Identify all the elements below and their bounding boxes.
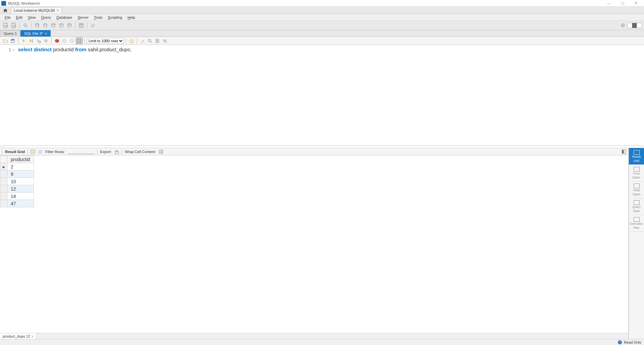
side-tab-icon — [634, 200, 640, 205]
panel-collapse-icon[interactable] — [622, 149, 626, 154]
sql-keyword: from — [75, 47, 86, 52]
find-button[interactable] — [147, 38, 153, 44]
separator — [126, 38, 126, 44]
side-tab-query[interactable]: QueryStats — [629, 198, 644, 215]
execute-button[interactable] — [20, 38, 27, 44]
open-file-button[interactable] — [2, 38, 9, 44]
table-row[interactable]: 9 — [0, 170, 34, 178]
maximize-button[interactable]: ▢ — [616, 0, 629, 7]
row-limit-select[interactable]: Limit to 1000 rows — [87, 38, 124, 44]
svg-point-8 — [52, 23, 55, 25]
settings-button[interactable] — [619, 22, 627, 29]
menu-edit[interactable]: Edit — [13, 15, 25, 20]
side-tab-execution[interactable]: ExecutionPlan — [629, 215, 644, 232]
grid-view-icon[interactable] — [31, 149, 35, 154]
cell-value[interactable]: 10 — [7, 178, 34, 185]
column-header[interactable]: productid — [7, 156, 34, 163]
result-grid-area[interactable]: productid ▸2910121447 — [0, 155, 628, 333]
row-selector[interactable] — [0, 185, 7, 193]
stop-button[interactable] — [43, 38, 49, 44]
side-tab-label: Field — [633, 189, 640, 192]
cell-value[interactable]: 9 — [7, 170, 34, 178]
svg-line-5 — [26, 26, 28, 27]
autocommit-button[interactable] — [76, 38, 83, 44]
home-button[interactable] — [1, 7, 9, 14]
side-tab-field[interactable]: FieldTypes — [629, 182, 644, 198]
status-bar: i Read Only — [0, 339, 644, 345]
cell-value[interactable]: 47 — [7, 200, 34, 207]
query-tab-active[interactable]: SQL File 3* × — [20, 30, 51, 37]
result-tab-label: product_dups 12 — [3, 334, 30, 338]
side-tab-form[interactable]: FormEditor — [629, 165, 644, 182]
wrap-cell-icon[interactable]: IA — [159, 149, 163, 154]
menu-tools[interactable]: Tools — [91, 15, 105, 20]
wrap-button[interactable] — [161, 38, 168, 44]
table-row[interactable]: 12 — [0, 185, 34, 193]
close-icon[interactable]: × — [45, 31, 47, 36]
cell-value[interactable]: 14 — [7, 193, 34, 200]
connection-tab[interactable]: Local instance MySQL80 × — [11, 7, 62, 14]
table-row[interactable]: 10 — [0, 178, 34, 185]
save-button[interactable] — [9, 38, 16, 44]
svg-point-15 — [622, 25, 624, 26]
db-icon-3[interactable] — [50, 22, 57, 29]
reconnect-button[interactable] — [89, 22, 97, 29]
editor-content[interactable]: select distinct productid from sahil.pro… — [16, 45, 644, 145]
database-icon — [35, 23, 40, 28]
menu-help[interactable]: Help — [125, 15, 138, 20]
filter-rows-label: Filter Rows: — [45, 150, 65, 154]
reconnect-icon — [90, 23, 96, 28]
export-icon[interactable] — [114, 149, 119, 154]
menu-query[interactable]: Query — [38, 15, 54, 20]
close-icon[interactable]: × — [32, 334, 34, 338]
splitter[interactable] — [3, 145, 641, 148]
filter-rows-input[interactable] — [67, 149, 94, 154]
db-icon-4[interactable] — [58, 22, 65, 29]
query-tab[interactable]: Query 1 — [0, 30, 20, 37]
row-selector[interactable] — [0, 170, 7, 178]
menu-server[interactable]: Server — [75, 15, 91, 20]
row-selector[interactable] — [0, 193, 7, 200]
table-row[interactable]: 47 — [0, 200, 34, 207]
nocommit-button[interactable] — [54, 38, 60, 44]
toggle-bottom-panel[interactable] — [632, 23, 637, 28]
execute-current-button[interactable] — [28, 38, 35, 44]
brush-button[interactable] — [139, 38, 146, 44]
menu-database[interactable]: Database — [54, 15, 75, 20]
cell-value[interactable]: 2 — [7, 163, 34, 170]
close-icon[interactable]: × — [57, 8, 59, 12]
table-data-button[interactable] — [77, 22, 85, 29]
rollback-button[interactable] — [68, 38, 75, 44]
row-selector[interactable]: ▸ — [0, 163, 7, 170]
inspector-button[interactable] — [22, 22, 29, 29]
close-button[interactable]: ✕ — [629, 0, 643, 7]
table-row[interactable]: ▸2 — [0, 163, 34, 170]
row-selector[interactable] — [0, 178, 7, 185]
new-sql-tab-button[interactable]: SQL — [2, 22, 9, 29]
menu-file[interactable]: File — [2, 15, 13, 20]
db-icon-2[interactable] — [42, 22, 49, 29]
menu-scripting[interactable]: Scripting — [105, 15, 125, 20]
beautify-button[interactable] — [128, 38, 135, 44]
commit-button[interactable] — [61, 38, 68, 44]
separator — [97, 149, 97, 154]
result-tab[interactable]: product_dups 12 × — [0, 333, 37, 339]
side-tab-label: Plan — [633, 226, 639, 230]
separator — [28, 149, 28, 154]
refresh-icon[interactable] — [38, 149, 43, 154]
db-icon-5[interactable] — [66, 22, 73, 29]
row-selector[interactable] — [0, 200, 7, 207]
minimize-button[interactable]: — — [602, 0, 616, 7]
db-icon-1[interactable] — [34, 22, 41, 29]
toggle-invisible-button[interactable]: ¶ — [154, 38, 161, 44]
separator — [87, 22, 87, 28]
toggle-right-panel[interactable] — [637, 23, 642, 28]
open-sql-button[interactable]: SQL — [10, 22, 17, 29]
toggle-left-panel[interactable] — [628, 23, 632, 28]
table-row[interactable]: 14 — [0, 193, 34, 200]
cell-value[interactable]: 12 — [7, 185, 34, 193]
side-tab-result[interactable]: ResultGrid — [629, 148, 644, 165]
sql-editor[interactable]: 1 • select distinct productid from sahil… — [0, 45, 644, 145]
explain-button[interactable] — [35, 38, 42, 44]
menu-view[interactable]: View — [25, 15, 39, 20]
